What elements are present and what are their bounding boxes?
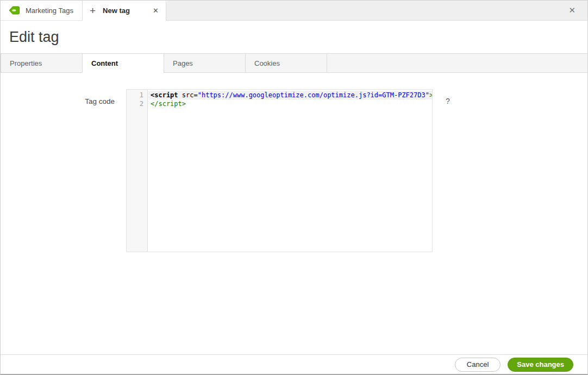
- tag-code-label: Tag code: [1, 89, 115, 105]
- tag-manager-window: Marketing Tags + New tag ✕ ✕ Edit tag Pr…: [0, 0, 588, 375]
- cancel-button[interactable]: Cancel: [455, 358, 501, 372]
- topbar: Marketing Tags + New tag ✕ ✕: [1, 1, 587, 21]
- tab-pages[interactable]: Pages: [164, 53, 246, 73]
- close-tab-icon[interactable]: ✕: [153, 7, 159, 15]
- window-close-icon[interactable]: ✕: [568, 5, 576, 15]
- code-line: 2</script>: [127, 99, 432, 108]
- footer-bar: Cancel Save changes: [1, 354, 587, 374]
- new-tag-label: New tag: [103, 7, 130, 15]
- code-text: </script>: [148, 99, 432, 108]
- tab-properties[interactable]: Properties: [1, 53, 83, 73]
- code-line: 1<script src="https://www.googleoptimize…: [127, 91, 432, 99]
- tab-cookies[interactable]: Cookies: [245, 53, 327, 73]
- tab-bar: Properties Content Pages Cookies: [1, 53, 587, 73]
- code-text: <script src="https://www.googleoptimize.…: [148, 91, 433, 99]
- marketing-tags-label: Marketing Tags: [26, 7, 73, 15]
- line-number: 1: [127, 91, 148, 99]
- save-changes-button[interactable]: Save changes: [508, 358, 573, 372]
- editor-gutter: [127, 90, 148, 252]
- tab-bar-filler: [327, 53, 587, 73]
- plus-icon[interactable]: +: [90, 5, 96, 16]
- tag-form: Tag code 1<script src="https://www.googl…: [1, 73, 587, 354]
- help-icon[interactable]: ?: [446, 89, 450, 105]
- title-row: Edit tag: [1, 21, 587, 53]
- line-number: 2: [127, 99, 148, 108]
- code-editor[interactable]: 1<script src="https://www.googleoptimize…: [126, 89, 433, 252]
- topbar-filler: ✕: [166, 1, 587, 21]
- tab-content[interactable]: Content: [82, 53, 164, 73]
- page-title: Edit tag: [9, 29, 59, 46]
- marketing-tags-tab[interactable]: Marketing Tags: [1, 1, 83, 21]
- tag-icon: [9, 6, 20, 15]
- new-tag-tab[interactable]: + New tag ✕: [83, 1, 166, 21]
- code-lines: 1<script src="https://www.googleoptimize…: [127, 90, 432, 108]
